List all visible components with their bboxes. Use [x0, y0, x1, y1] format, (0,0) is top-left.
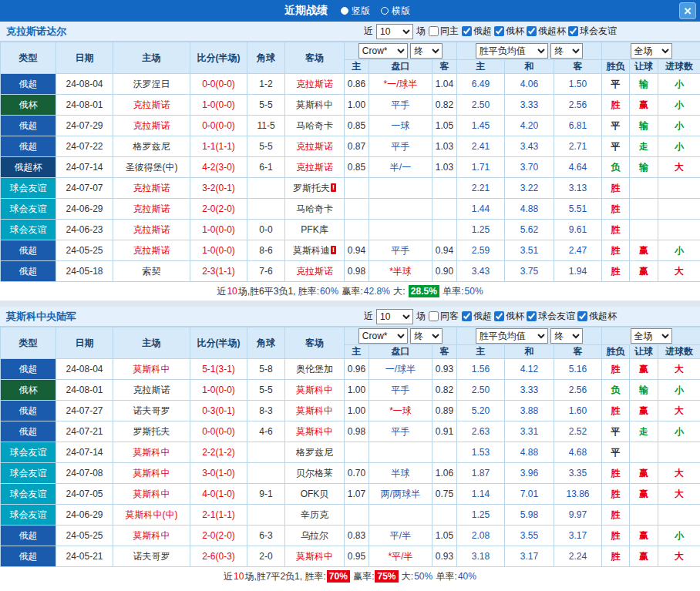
layout-horizontal-option[interactable]: 横版: [381, 5, 410, 18]
avg-final-select[interactable]: 终: [550, 328, 583, 344]
odds-home-cell: 0.87: [345, 136, 369, 157]
avg-home-cell: 6.49: [457, 74, 505, 95]
avg-away-cell: 5.16: [554, 359, 602, 380]
same-side-filter[interactable]: 同主: [429, 25, 459, 38]
league-filter[interactable]: 俄超: [462, 310, 492, 323]
corner-cell: 8-6: [247, 240, 285, 261]
home-team-cell: 莫斯科中: [113, 484, 190, 505]
cover-cell: 赢: [630, 261, 658, 282]
near-label: 近: [364, 25, 373, 38]
scope-select[interactable]: 全场: [631, 43, 672, 59]
avg-away-cell: 3.13: [554, 178, 602, 199]
scope-group-header: 全场: [602, 42, 700, 60]
result-cell: 胜: [602, 401, 630, 421]
away-team-cell: 马哈奇卡: [285, 116, 345, 136]
match-row: 俄超24-05-25莫斯科中2-0(2-0)6-3乌拉尔0.83平/半1.052…: [1, 526, 700, 546]
odds-final-select[interactable]: 终: [410, 328, 443, 344]
corner-cell: 1-2: [247, 74, 285, 95]
result-cell: 平: [602, 442, 630, 463]
handicap-cell: *一球: [369, 401, 432, 421]
odds-final-select[interactable]: 终: [410, 43, 443, 59]
league-checkbox[interactable]: [494, 311, 504, 321]
league-checkbox[interactable]: [527, 26, 537, 36]
match-row: 俄超24-05-21诺夫哥罗2-6(0-3)2-0莫斯科中0.95*平/半0.9…: [1, 546, 700, 567]
recent-count-select[interactable]: 10: [376, 309, 413, 324]
league-filter[interactable]: 俄超杯: [577, 310, 617, 323]
league-checkbox[interactable]: [462, 26, 472, 36]
odds-away-cell: 1.03: [432, 157, 457, 178]
league-checkbox[interactable]: [527, 311, 537, 321]
result-cell: 胜: [602, 526, 630, 546]
league-checkbox[interactable]: [462, 311, 472, 321]
summary-segment: 赢率:: [339, 285, 363, 298]
same-side-filter[interactable]: 同客: [429, 310, 459, 323]
league-filter[interactable]: 俄超杯: [527, 25, 566, 38]
subcol-avg-draw: 和: [505, 345, 554, 359]
away-team-cell: 莫斯科中: [285, 401, 345, 421]
summary-segment: 28.5%: [409, 285, 439, 297]
team-name: 莫斯科中央陆军: [0, 310, 82, 324]
avg-odds-select[interactable]: 胜平负均值: [476, 328, 548, 344]
avg-home-cell: 2.63: [457, 421, 505, 442]
league-checkbox[interactable]: [494, 26, 504, 36]
avg-draw-cell: 3.33: [505, 380, 554, 401]
league-filter[interactable]: 俄超: [462, 25, 492, 38]
score-cell: 1-0(0-0): [190, 220, 247, 240]
league-cell: 俄超: [1, 401, 56, 421]
subcol-avg-away: 客: [554, 60, 602, 74]
league-cell: 俄超杯: [1, 157, 56, 178]
cover-cell: 赢: [630, 240, 658, 261]
date-cell: 24-07-22: [56, 136, 113, 157]
summary-segment: 70%: [327, 570, 350, 583]
odds-away-cell: 0.93: [432, 359, 457, 380]
cover-cell: [630, 199, 658, 220]
subcol-odds-away: 客: [432, 345, 457, 359]
subcol-result: 胜负: [602, 345, 630, 359]
odds-company-select[interactable]: Crow*: [358, 43, 408, 59]
recent-count-select[interactable]: 10: [376, 24, 413, 39]
goals-cell: 小: [658, 380, 700, 401]
home-team-cell: 莫斯科中: [113, 526, 190, 546]
league-filter[interactable]: 球会友谊: [568, 25, 617, 38]
result-cell: 平: [602, 136, 630, 157]
handicap-cell: *半球: [369, 261, 432, 282]
summary-segment: 近: [224, 570, 233, 583]
odds-away-cell: 0.82: [432, 95, 457, 116]
odds-company-select[interactable]: Crow*: [358, 328, 408, 344]
same-side-checkbox[interactable]: [429, 311, 439, 321]
corner-cell: 7-6: [247, 261, 285, 282]
team-section-krasnodar: 克拉斯诺达尔 近 10 场 同主 俄超俄杯俄超杯球会友谊 类型 日期 主场: [0, 22, 700, 301]
col-header-type: 类型: [1, 327, 56, 359]
avg-final-select[interactable]: 终: [550, 43, 583, 59]
same-side-checkbox[interactable]: [429, 26, 439, 36]
cover-cell: [630, 178, 658, 199]
league-checkbox[interactable]: [568, 26, 578, 36]
league-filter[interactable]: 俄杯: [494, 310, 524, 323]
score-cell: 4-0(1-0): [190, 484, 247, 505]
league-filter[interactable]: 俄杯: [494, 25, 524, 38]
away-team-cell: PFK库: [285, 220, 345, 240]
score-cell: 2-0(2-0): [190, 199, 247, 220]
away-team-cell: 格罗兹尼: [285, 442, 345, 463]
avg-odds-select[interactable]: 胜平负均值: [476, 43, 548, 59]
result-cell: 胜: [602, 505, 630, 526]
scope-select[interactable]: 全场: [631, 328, 672, 344]
avg-draw-cell: 5.62: [505, 220, 554, 240]
games-label: 场: [416, 310, 426, 323]
handicap-cell: 平手: [369, 380, 432, 401]
odds-home-cell: 0.85: [345, 157, 369, 178]
league-filter[interactable]: 球会友谊: [527, 310, 575, 323]
cover-cell: 赢: [630, 463, 658, 484]
close-button[interactable]: ✕: [679, 2, 696, 19]
goals-cell: [658, 220, 700, 240]
avg-draw-cell: 3.33: [505, 95, 554, 116]
cover-cell: 输: [630, 157, 658, 178]
match-row: 俄超24-07-29克拉斯诺0-0(0-0)11-5马哈奇卡0.85一球1.05…: [1, 116, 700, 136]
layout-vertical-option[interactable]: 竖版: [341, 5, 370, 18]
league-checkbox[interactable]: [577, 311, 587, 321]
odds-home-cell: 0.85: [345, 116, 369, 136]
avg-away-cell: 2.56: [554, 95, 602, 116]
scope-group-header: 全场: [602, 327, 700, 345]
cover-cell: 输: [630, 74, 658, 95]
subcol-avg-draw: 和: [505, 60, 554, 74]
